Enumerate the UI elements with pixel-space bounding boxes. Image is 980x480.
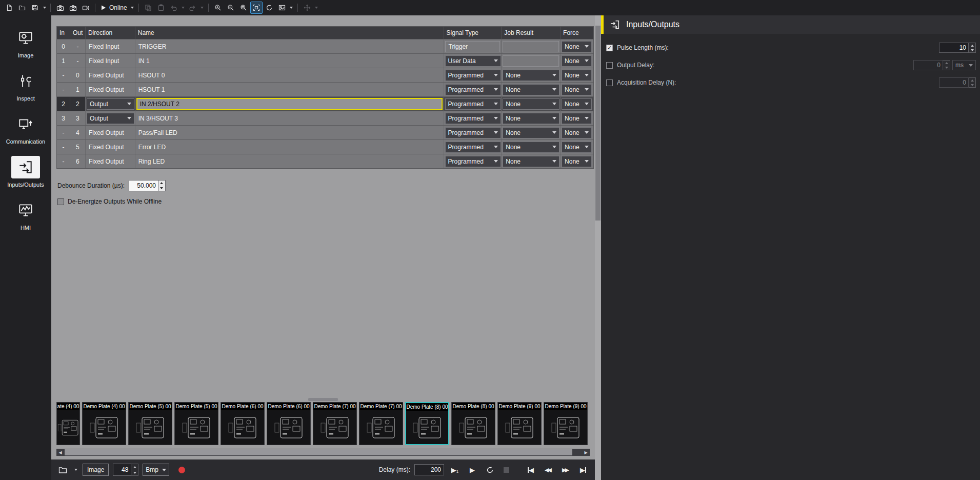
filmstrip-thumbnail[interactable]: Demo Plate (4) 00	[82, 402, 126, 445]
spin-down-icon[interactable]	[969, 48, 975, 52]
spin-down-icon[interactable]	[969, 83, 975, 87]
new-file-button[interactable]	[3, 2, 15, 14]
job-result-select[interactable]: None	[503, 113, 559, 124]
signal-type-select[interactable]: Programmed	[445, 70, 501, 81]
sidebar-item-communication[interactable]: Communication	[0, 108, 51, 151]
pulse-length-checkbox[interactable]: ✓	[606, 45, 613, 51]
delay-input[interactable]: 200	[414, 464, 444, 475]
save-options-caret[interactable]	[42, 2, 47, 14]
record-indicator-icon[interactable]	[178, 467, 185, 473]
first-frame-button[interactable]: ◀	[524, 464, 537, 476]
signal-type-select[interactable]: Programmed	[445, 113, 501, 124]
job-result-select[interactable]: None	[503, 98, 559, 110]
video-camera-button[interactable]	[79, 2, 92, 14]
undo-button[interactable]	[168, 2, 180, 14]
output-delay-unit-select[interactable]: ms	[952, 60, 976, 70]
filmstrip-thumbnail[interactable]: ate (4) 00	[56, 402, 80, 445]
filmstrip-thumbnail[interactable]: Demo Plate (6) 00	[221, 402, 265, 445]
output-delay-input[interactable]: 0	[913, 60, 943, 70]
last-frame-button[interactable]: ▶	[576, 464, 590, 476]
job-result-select[interactable]: None	[503, 70, 559, 81]
next-frame-button[interactable]: ▶▶	[559, 464, 572, 476]
spin-up-icon[interactable]	[131, 464, 138, 470]
job-result-select[interactable]: None	[503, 84, 559, 95]
zoom-fit-button[interactable]	[250, 2, 263, 14]
signal-type-select[interactable]: Programmed	[445, 156, 501, 167]
io-table-row[interactable]: 33OutputIN 3/HSOUT 3ProgrammedNoneNone	[57, 111, 593, 125]
stop-button[interactable]	[501, 464, 512, 475]
undo-history-caret[interactable]	[181, 2, 186, 14]
acquisition-delay-spinner[interactable]	[969, 77, 976, 88]
force-select[interactable]: None	[562, 41, 592, 52]
redo-button[interactable]	[187, 2, 199, 14]
previous-frame-button[interactable]: ◀◀	[542, 464, 555, 476]
spin-up-icon[interactable]	[943, 61, 950, 65]
scroll-right-icon[interactable]: ▶	[582, 449, 590, 456]
spin-up-icon[interactable]	[969, 43, 975, 48]
play-once-button[interactable]: ▶1	[448, 464, 462, 476]
io-table-row[interactable]: 0-Fixed InputTRIGGERTriggerNone	[57, 39, 593, 53]
force-select[interactable]: None	[562, 156, 592, 167]
open-folder-button[interactable]	[16, 2, 28, 14]
sidebar-item-image[interactable]: Image	[0, 22, 51, 65]
record-folder-caret[interactable]	[73, 464, 78, 476]
filmstrip-splitter[interactable]	[51, 397, 595, 402]
pan-options-caret[interactable]	[314, 2, 319, 14]
online-options-caret[interactable]	[130, 2, 135, 14]
direction-select[interactable]: Output	[87, 98, 134, 110]
debounce-duration-spinner[interactable]	[158, 180, 166, 191]
pulse-length-spinner[interactable]	[969, 43, 976, 53]
redo-history-caret[interactable]	[199, 2, 205, 14]
io-table-row[interactable]: 22OutputIN 2/HSOUT 2ProgrammedNoneNone	[57, 96, 593, 111]
filmstrip-thumbnail[interactable]: Demo Plate (9) 00	[497, 402, 542, 445]
force-select[interactable]: None	[562, 127, 592, 138]
io-table-row[interactable]: -1Fixed OutputHSOUT 1ProgrammedNoneNone	[57, 82, 593, 96]
zoom-region-button[interactable]	[237, 2, 250, 14]
io-table-row[interactable]: -6Fixed OutputRing LEDProgrammedNoneNone	[57, 154, 593, 168]
filmstrip-thumbnail[interactable]: Demo Plate (5) 00	[128, 402, 172, 445]
signal-type-select[interactable]: Programmed	[445, 127, 501, 138]
spin-down-icon[interactable]	[943, 65, 950, 70]
debounce-duration-input[interactable]: 50.000	[129, 180, 158, 191]
rotate-view-button[interactable]	[263, 2, 275, 14]
scrollbar-thumb[interactable]	[65, 449, 572, 455]
acquisition-delay-checkbox[interactable]	[606, 79, 613, 86]
filmstrip-thumbnail[interactable]: Demo Plate (5) 00	[174, 402, 218, 445]
image-format-select[interactable]: Bmp	[143, 464, 169, 476]
io-table-row[interactable]: -0Fixed OutputHSOUT 0ProgrammedNoneNone	[57, 68, 593, 82]
io-name-editor[interactable]: IN 2/HSOUT 2	[136, 98, 443, 110]
signal-type-select[interactable]: Programmed	[445, 98, 501, 110]
filmstrip-thumbnail[interactable]: Demo Plate (7) 00	[313, 402, 357, 445]
image-display-button[interactable]	[276, 2, 288, 14]
filmstrip-thumbnail[interactable]: Demo Plate (8) 00	[405, 402, 449, 445]
zoom-in-button[interactable]	[212, 2, 224, 14]
force-select[interactable]: None	[562, 113, 592, 124]
filmstrip-thumbnail[interactable]: Demo Plate (8) 00	[451, 402, 495, 445]
frame-count-input[interactable]: 48	[113, 464, 131, 476]
filmstrip-thumbnail[interactable]: Demo Plate (7) 00	[359, 402, 403, 445]
output-delay-checkbox[interactable]	[606, 62, 613, 69]
online-toggle[interactable]: Online	[98, 2, 129, 14]
deenergize-checkbox[interactable]	[57, 198, 64, 205]
trigger-camera-button[interactable]	[54, 2, 66, 14]
spin-down-icon[interactable]	[131, 470, 138, 475]
signal-type-select[interactable]: User Data	[445, 55, 501, 67]
spin-down-icon[interactable]	[158, 186, 165, 191]
acquisition-delay-input[interactable]: 0	[939, 77, 969, 88]
pan-tool-button[interactable]	[301, 2, 313, 14]
io-table-row[interactable]: -4Fixed OutputPass/Fail LEDProgrammedNon…	[57, 125, 593, 139]
job-result-select[interactable]: None	[503, 127, 559, 138]
filmstrip-thumbnail[interactable]: Demo Plate (9) 00	[544, 402, 588, 445]
paste-button[interactable]	[155, 2, 167, 14]
force-select[interactable]: None	[562, 84, 592, 95]
loop-button[interactable]	[483, 464, 496, 476]
direction-select[interactable]: Output	[87, 113, 134, 124]
filmstrip-thumbnail[interactable]: Demo Plate (6) 00	[267, 402, 311, 445]
output-delay-spinner[interactable]	[943, 60, 950, 70]
play-button[interactable]: ▶	[466, 464, 479, 476]
spin-up-icon[interactable]	[158, 181, 165, 186]
force-select[interactable]: None	[562, 55, 592, 67]
sidebar-item-inspect[interactable]: Inspect	[0, 65, 51, 108]
force-select[interactable]: None	[562, 142, 592, 153]
record-source-select[interactable]: Image	[83, 464, 109, 476]
